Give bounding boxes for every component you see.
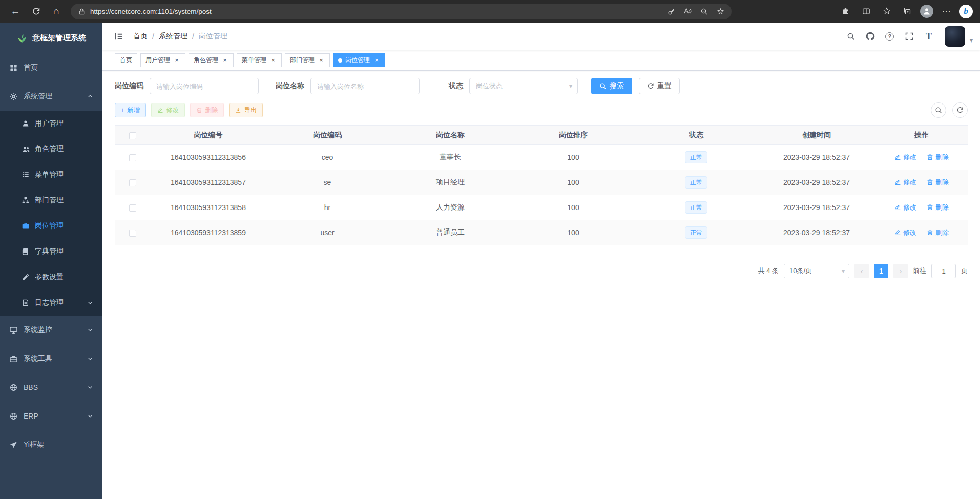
help-icon[interactable]: ? [881, 28, 899, 45]
breadcrumb-home[interactable]: 首页 [133, 32, 148, 41]
cell-post-sort: 100 [512, 220, 635, 245]
cell-created: 2023-03-29 18:52:37 [758, 170, 875, 195]
table-toolbar: + 新增 修改 删除 导出 [115, 102, 968, 118]
tab-user-mgmt[interactable]: 用户管理 × [140, 53, 185, 67]
extensions-icon[interactable] [838, 4, 853, 19]
status-select-placeholder: 岗位状态 [476, 81, 503, 91]
sidebar-item-system-mgmt[interactable]: 系统管理 [0, 82, 102, 111]
chevron-down-icon [87, 327, 93, 333]
edit-icon [894, 154, 901, 160]
site-info-icon[interactable] [78, 8, 86, 15]
add-favorite-icon[interactable] [713, 5, 727, 18]
page-size-select[interactable]: 10条/页 ▾ [784, 264, 849, 278]
zoom-icon[interactable] [697, 5, 711, 18]
sidebar-item-menu-mgmt[interactable]: 菜单管理 [0, 162, 102, 188]
tab-role-mgmt[interactable]: 角色管理 × [189, 53, 234, 67]
sidebar-item-home[interactable]: 首页 [0, 53, 102, 82]
page-content: 岗位编码 岗位名称 状态 岗位状态 ▾ 搜索 重置 [102, 71, 980, 499]
url-text[interactable]: https://ccnetcore.com:1101/system/post [90, 8, 664, 15]
close-icon[interactable]: × [221, 57, 228, 64]
font-size-icon[interactable]: T [920, 28, 937, 45]
add-button[interactable]: + 新增 [115, 103, 146, 117]
sidebar-item-role-mgmt[interactable]: 角色管理 [0, 136, 102, 162]
collections-icon[interactable] [900, 4, 915, 19]
tab-home[interactable]: 首页 [115, 53, 137, 67]
sidebar-collapse-icon[interactable] [110, 27, 128, 46]
breadcrumb-system-mgmt[interactable]: 系统管理 [159, 32, 187, 41]
col-created: 创建时间 [758, 126, 875, 145]
sidebar-item-system-monitor[interactable]: 系统监控 [0, 316, 102, 344]
sidebar-item-param-settings[interactable]: 参数设置 [0, 264, 102, 290]
row-checkbox[interactable] [129, 230, 136, 237]
status-badge: 正常 [685, 176, 707, 189]
export-button[interactable]: 导出 [229, 103, 263, 117]
sidebar-item-yi-framework[interactable]: Yi框架 [0, 430, 102, 459]
row-delete-button[interactable]: 删除 [927, 153, 949, 162]
post-code-input[interactable] [150, 78, 259, 94]
tab-menu-mgmt[interactable]: 菜单管理 × [237, 53, 282, 67]
bing-icon[interactable]: b [959, 5, 973, 18]
sidebar-item-label: 系统管理 [24, 92, 52, 101]
post-name-input[interactable] [310, 78, 420, 94]
status-select[interactable]: 岗位状态 ▾ [469, 78, 578, 94]
header-search-icon[interactable] [842, 28, 860, 45]
row-edit-button[interactable]: 修改 [894, 203, 916, 212]
next-page-button[interactable]: › [893, 264, 908, 278]
row-edit-button[interactable]: 修改 [894, 178, 916, 187]
row-delete-button[interactable]: 删除 [927, 178, 949, 187]
browser-home-icon[interactable]: ⌂ [47, 2, 66, 20]
person-icon [922, 7, 931, 16]
app-logo[interactable]: 意框架管理系统 [0, 23, 102, 53]
browser-back-icon[interactable]: ← [6, 2, 25, 20]
delete-button[interactable]: 删除 [190, 103, 224, 117]
avatar-caret-icon[interactable]: ▾ [970, 37, 973, 44]
prev-page-button[interactable]: ‹ [854, 264, 869, 278]
row-checkbox[interactable] [129, 204, 136, 212]
browser-profile-avatar[interactable] [920, 5, 933, 18]
favorites-icon[interactable] [879, 4, 894, 19]
page-number-button[interactable]: 1 [874, 264, 888, 278]
close-icon[interactable]: × [373, 57, 380, 64]
show-search-button[interactable] [931, 102, 946, 118]
sidebar-item-user-mgmt[interactable]: 用户管理 [0, 111, 102, 136]
tab-post-mgmt[interactable]: 岗位管理 × [333, 53, 385, 67]
browser-refresh-icon[interactable] [27, 2, 45, 20]
post-name-label: 岗位名称 [276, 81, 304, 91]
sidebar-item-dict-mgmt[interactable]: 字典管理 [0, 239, 102, 264]
user-avatar[interactable] [945, 26, 965, 47]
password-key-icon[interactable] [664, 5, 678, 18]
edit-button[interactable]: 修改 [151, 103, 185, 117]
row-delete-button[interactable]: 删除 [927, 203, 949, 212]
row-checkbox[interactable] [129, 179, 136, 186]
github-icon[interactable] [862, 28, 879, 45]
sidebar-item-post-mgmt[interactable]: 岗位管理 [0, 213, 102, 239]
refresh-table-button[interactable] [952, 102, 968, 118]
sidebar-item-log-mgmt[interactable]: 日志管理 [0, 290, 102, 316]
sidebar-item-erp[interactable]: ERP [0, 402, 102, 430]
status-badge: 正常 [685, 226, 707, 239]
close-icon[interactable]: × [173, 57, 180, 64]
close-icon[interactable]: × [318, 57, 325, 64]
address-bar[interactable]: https://ccnetcore.com:1101/system/post [71, 4, 732, 19]
sidebar-item-system-tools[interactable]: 系统工具 [0, 344, 102, 373]
row-checkbox[interactable] [129, 154, 136, 161]
cell-created: 2023-03-29 18:52:37 [758, 195, 875, 220]
row-delete-button[interactable]: 删除 [927, 228, 949, 237]
select-all-checkbox[interactable] [129, 132, 136, 139]
search-button[interactable]: 搜索 [591, 78, 632, 94]
split-screen-icon[interactable] [859, 4, 874, 19]
sidebar-item-bbs[interactable]: BBS [0, 373, 102, 402]
read-aloud-icon[interactable] [680, 5, 695, 18]
sidebar-item-dept-mgmt[interactable]: 部门管理 [0, 188, 102, 213]
cell-created: 2023-03-29 18:52:37 [758, 145, 875, 170]
more-options-icon[interactable]: ⋯ [939, 4, 954, 19]
fullscreen-icon[interactable] [901, 28, 918, 45]
cell-post-id: 1641030593112313858 [151, 195, 266, 220]
close-icon[interactable]: × [269, 57, 277, 64]
col-post-id: 岗位编号 [151, 126, 266, 145]
tab-dept-mgmt[interactable]: 部门管理 × [285, 53, 330, 67]
row-edit-button[interactable]: 修改 [894, 228, 916, 237]
goto-page-input[interactable] [931, 264, 956, 278]
reset-button[interactable]: 重置 [639, 78, 680, 94]
row-edit-button[interactable]: 修改 [894, 153, 916, 162]
